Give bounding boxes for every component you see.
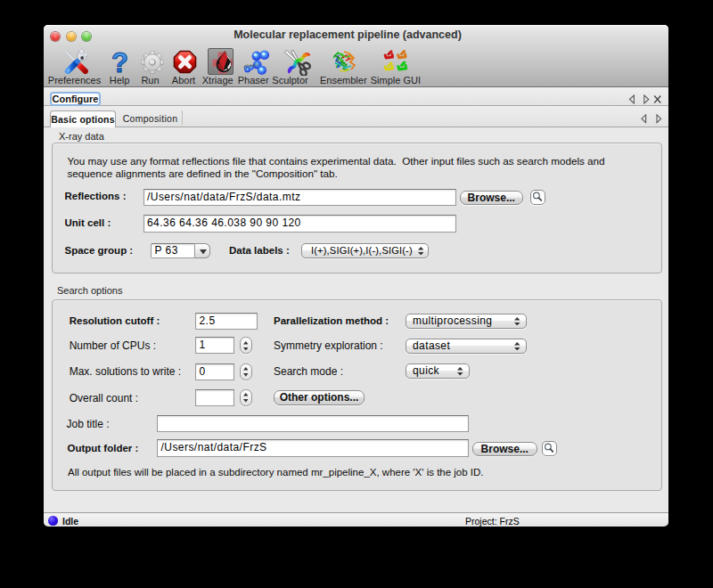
- svg-text:?: ?: [111, 51, 128, 75]
